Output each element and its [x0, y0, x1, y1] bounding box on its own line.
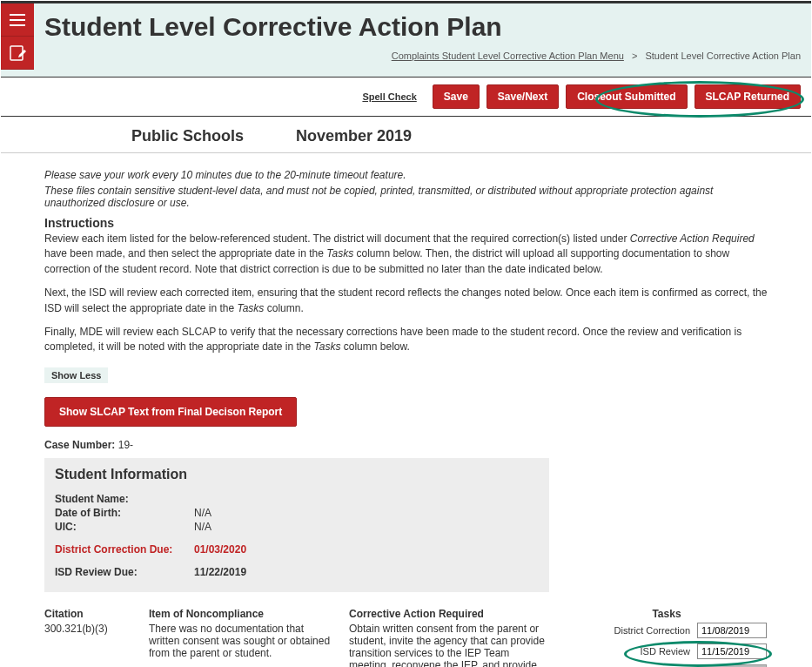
uic-label: UIC: — [55, 521, 194, 533]
header-band: Student Level Corrective Action Plan Com… — [1, 1, 811, 77]
instructions-heading: Instructions — [44, 216, 768, 230]
timeout-note: Please save your work every 10 minutes d… — [44, 169, 768, 181]
dob-value: N/A — [194, 507, 211, 519]
district-correction-due-label: District Correction Due: — [55, 543, 194, 556]
corrective-action-heading: Corrective Action Required — [349, 608, 549, 620]
isd-review-date-input[interactable] — [697, 643, 767, 659]
hamburger-icon — [7, 10, 28, 30]
isd-review-task-label: ISD Review — [641, 646, 690, 657]
corrective-action-text: Obtain written consent from the parent o… — [349, 623, 549, 667]
district-correction-task-label: District Correction — [614, 625, 690, 636]
isd-review-due-value: 11/22/2019 — [194, 566, 246, 578]
school-name: Public Schools — [131, 127, 244, 145]
case-number-value: 19- — [118, 439, 133, 451]
edit-menu-button[interactable] — [1, 37, 34, 70]
citation-block: Citation 300.321(b)(3) Item of Noncompli… — [44, 608, 768, 667]
student-info-panel: Student Information Student Name: Date o… — [44, 458, 549, 592]
save-next-button[interactable]: Save/Next — [487, 84, 559, 109]
hamburger-menu-button[interactable] — [1, 3, 34, 37]
citation-value: 300.321(b)(3) — [44, 623, 131, 635]
student-info-heading: Student Information — [55, 467, 539, 482]
main-content: Please save your work every 10 minutes d… — [1, 153, 811, 667]
student-name-label: Student Name: — [55, 493, 194, 505]
closeout-submitted-button[interactable]: Closeout Submitted — [566, 84, 687, 109]
citation-heading: Citation — [44, 608, 131, 620]
show-slcap-text-button[interactable]: Show SLCAP Text from Final Decison Repor… — [44, 397, 297, 427]
instructions-p2: Next, the ISD will review each corrected… — [44, 286, 768, 316]
breadcrumb: Complaints Student Level Corrective Acti… — [44, 51, 801, 61]
breadcrumb-link-menu[interactable]: Complaints Student Level Corrective Acti… — [392, 51, 624, 61]
district-correction-date-input[interactable] — [697, 623, 767, 638]
dob-label: Date of Birth: — [55, 507, 194, 519]
side-menu-buttons — [1, 3, 34, 70]
period-label: November 2019 — [296, 127, 412, 145]
sensitive-data-note: These files contain sensitive student-le… — [44, 185, 768, 209]
show-less-toggle[interactable]: Show Less — [44, 367, 108, 383]
district-correction-due-value: 01/03/2020 — [194, 543, 246, 556]
noncompliance-heading: Item of Noncompliance — [149, 608, 332, 620]
noncompliance-text: There was no documentation that written … — [149, 623, 332, 659]
svg-rect-0 — [10, 46, 23, 60]
isd-review-due-label: ISD Review Due: — [55, 566, 194, 578]
instructions-p3: Finally, MDE will review each SLCAP to v… — [44, 325, 768, 355]
uic-value: N/A — [194, 521, 211, 533]
case-number: Case Number: 19- — [44, 439, 768, 451]
tasks-heading: Tasks — [567, 608, 767, 620]
action-bar: Spell Check Save Save/Next Closeout Subm… — [1, 77, 811, 117]
case-number-label: Case Number: — [44, 439, 115, 451]
instructions-p1: Review each item listed for the below-re… — [44, 232, 768, 277]
slcap-returned-button[interactable]: SLCAP Returned — [695, 84, 801, 109]
edit-note-icon — [7, 43, 28, 64]
breadcrumb-separator: > — [632, 51, 637, 61]
spellcheck-link[interactable]: Spell Check — [362, 91, 416, 102]
page-title: Student Level Corrective Action Plan — [44, 12, 801, 42]
sub-header: Public Schools November 2019 — [1, 117, 811, 153]
breadcrumb-current: Student Level Corrective Action Plan — [645, 51, 801, 61]
save-button[interactable]: Save — [433, 84, 480, 109]
